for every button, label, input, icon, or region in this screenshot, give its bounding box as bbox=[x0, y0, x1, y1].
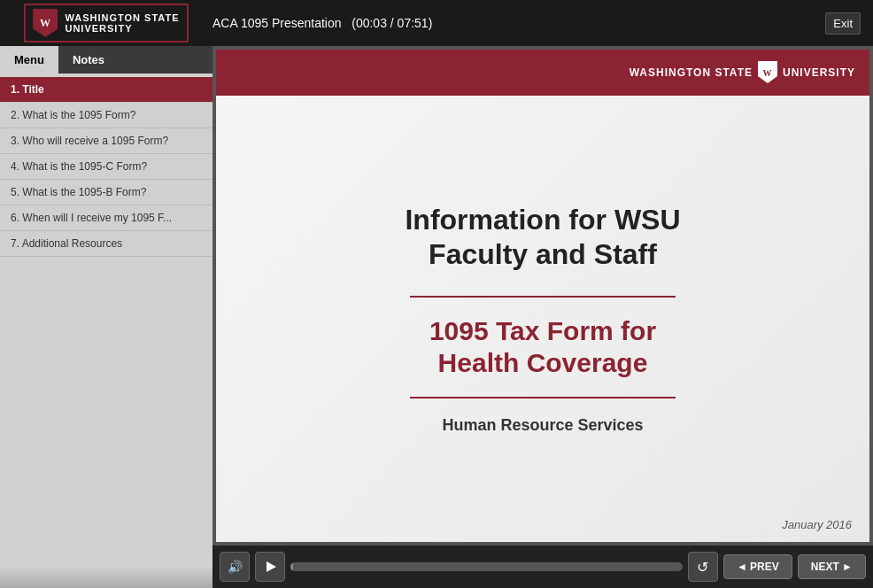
menu-item-4[interactable]: 4. What is the 1095-C Form? bbox=[0, 154, 212, 180]
top-bar: W WASHINGTON STATE UNIVERSITY ACA 1095 P… bbox=[0, 0, 873, 46]
exit-button[interactable]: Exit bbox=[825, 12, 861, 35]
slide-org: Human Resource Services bbox=[442, 416, 643, 435]
slide-title: Information for WSU Faculty and Staff bbox=[405, 203, 680, 271]
svg-text:W: W bbox=[40, 17, 50, 29]
wsu-shield-icon: W bbox=[33, 9, 58, 37]
tab-notes[interactable]: Notes bbox=[58, 46, 119, 74]
next-button[interactable]: NEXT ► bbox=[798, 554, 866, 579]
logo-line1: WASHINGTON STATE bbox=[65, 12, 179, 23]
menu-item-5[interactable]: 5. What is the 1095-B Form? bbox=[0, 180, 212, 205]
slide-divider-bottom bbox=[410, 397, 676, 398]
slide-area: Washington State W University Informatio… bbox=[212, 46, 873, 588]
volume-icon: 🔊 bbox=[228, 560, 243, 574]
sidebar-footer bbox=[0, 567, 212, 588]
menu-item-6[interactable]: 6. When will I receive my 1095 F... bbox=[0, 205, 212, 231]
volume-button[interactable]: 🔊 bbox=[220, 552, 250, 582]
reload-button[interactable]: ↺ bbox=[688, 552, 718, 582]
bottom-controls: 🔊 ↺ ◄ PREV NEXT ► bbox=[212, 545, 873, 588]
sidebar: Menu Notes 1. Title 2. What is the 1095 … bbox=[0, 46, 212, 588]
reload-icon: ↺ bbox=[697, 559, 708, 576]
play-button[interactable] bbox=[255, 552, 285, 582]
slide-container: Washington State W University Informatio… bbox=[212, 46, 873, 545]
tab-menu[interactable]: Menu bbox=[0, 46, 58, 74]
main-content: Menu Notes 1. Title 2. What is the 1095 … bbox=[0, 46, 873, 588]
wsu-slide-logo: Washington State W University bbox=[630, 61, 855, 84]
play-icon bbox=[267, 561, 276, 572]
slide-subtitle: 1095 Tax Form for Health Coverage bbox=[429, 315, 656, 379]
menu-item-7[interactable]: 7. Additional Resources bbox=[0, 231, 212, 257]
svg-text:W: W bbox=[762, 68, 772, 78]
logo-box: W WASHINGTON STATE UNIVERSITY bbox=[24, 4, 188, 43]
logo-area: W WASHINGTON STATE UNIVERSITY bbox=[9, 0, 204, 46]
slide-divider-top bbox=[410, 296, 676, 298]
progress-bar-container[interactable] bbox=[290, 562, 683, 571]
presentation-title: ACA 1095 Presentation (00:03 / 07:51) bbox=[204, 16, 825, 30]
prev-button[interactable]: ◄ PREV bbox=[723, 554, 792, 579]
menu-item-3[interactable]: 3. Who will receive a 1095 Form? bbox=[0, 128, 212, 154]
progress-bar-fill bbox=[290, 562, 293, 571]
sidebar-tabs: Menu Notes bbox=[0, 46, 212, 74]
time-display: (00:03 / 07:51) bbox=[352, 16, 432, 30]
slide-body: Information for WSU Faculty and Staff 10… bbox=[216, 96, 869, 542]
slide: Washington State W University Informatio… bbox=[216, 50, 869, 542]
slide-header: Washington State W University bbox=[216, 50, 869, 96]
menu-item-1[interactable]: 1. Title bbox=[0, 77, 212, 103]
menu-item-2[interactable]: 2. What is the 1095 Form? bbox=[0, 103, 212, 128]
logo-line2: UNIVERSITY bbox=[65, 23, 179, 34]
wsu-slide-shield-icon: W bbox=[758, 61, 777, 84]
logo-text-area: WASHINGTON STATE UNIVERSITY bbox=[65, 12, 179, 34]
sidebar-menu: 1. Title 2. What is the 1095 Form? 3. Wh… bbox=[0, 74, 212, 567]
slide-date: January 2016 bbox=[782, 518, 852, 531]
